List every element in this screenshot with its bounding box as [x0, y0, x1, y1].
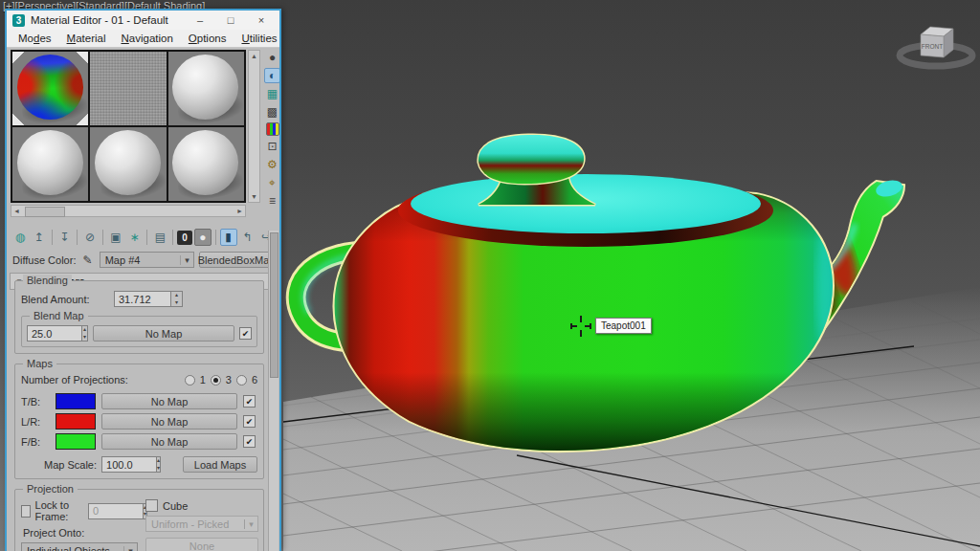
menu-modes[interactable]: Modes: [11, 33, 59, 44]
projections-radio-6[interactable]: [236, 375, 247, 386]
material-sample-slots: [11, 50, 246, 203]
cube-checkbox[interactable]: [145, 499, 158, 512]
reset-map-icon[interactable]: ⊘: [81, 229, 99, 246]
tb-color-swatch[interactable]: [56, 393, 96, 409]
screen: FRONT [+][Perspective][Standard][Default…: [0, 0, 980, 551]
show-end-result-icon[interactable]: ▮: [220, 229, 237, 246]
map-scale-value[interactable]: 100.0: [101, 456, 156, 473]
material-sample-slot-4[interactable]: [12, 127, 88, 201]
projections-radio-3[interactable]: [211, 375, 221, 386]
material-map-navigator-icon[interactable]: ≡: [264, 193, 280, 209]
projections-option-1: 1: [200, 374, 206, 386]
scrollbar-thumb[interactable]: [270, 232, 278, 378]
options-icon[interactable]: ⚙: [264, 157, 280, 172]
go-to-parent-icon[interactable]: ↰: [239, 229, 256, 246]
map-name-dropdown[interactable]: Map #4 ▾: [100, 252, 194, 268]
blend-amount-spinner[interactable]: 31.712 ▴▾: [114, 291, 183, 307]
material-id-channel-icon[interactable]: 0: [177, 231, 192, 245]
fb-label: F/B:: [21, 436, 50, 448]
project-onto-dropdown[interactable]: Individual Objects ▾: [21, 542, 138, 551]
projections-option-3: 3: [226, 374, 232, 386]
material-sample-slot-5[interactable]: [90, 127, 166, 201]
menu-options[interactable]: Options: [181, 33, 234, 44]
material-sample-slot-3[interactable]: [168, 52, 244, 125]
backlight-icon[interactable]: ◐: [264, 68, 280, 83]
map-scale-spinner[interactable]: 100.0 ▴▾: [101, 456, 161, 473]
toolbar-separator: [77, 230, 78, 245]
toolbar-separator: [215, 230, 216, 245]
lock-frame-value[interactable]: 0: [88, 503, 143, 519]
object-tooltip: Teapot001: [595, 318, 652, 334]
scroll-left-icon[interactable]: ◄: [11, 206, 22, 216]
map-type-button[interactable]: BlendedBoxMap: [199, 252, 274, 268]
fb-color-swatch[interactable]: [56, 433, 96, 450]
lock-to-frame-checkbox[interactable]: [21, 505, 31, 518]
projections-label: Number of Projections:: [21, 374, 128, 386]
sample-type-icon[interactable]: ●: [264, 50, 280, 65]
blend-map-title: Blend Map: [30, 310, 88, 321]
menu-material[interactable]: Material: [59, 33, 114, 44]
select-by-material-icon[interactable]: ⌖: [264, 175, 280, 190]
video-color-check-icon[interactable]: [266, 122, 279, 136]
show-shaded-material-in-viewport-icon[interactable]: ●: [194, 229, 212, 246]
projections-radio-1[interactable]: [185, 375, 195, 386]
blended-box-map-sphere: [17, 55, 83, 120]
blend-map-spinner[interactable]: 25.0 ▴▾: [27, 325, 88, 342]
make-unique-icon[interactable]: ∗: [126, 229, 144, 246]
put-material-to-scene-icon[interactable]: ↥: [31, 229, 48, 246]
lr-color-swatch[interactable]: [56, 413, 96, 430]
maps-group: Maps Number of Projections: 1 3 6 T/B: N…: [14, 364, 264, 479]
viewcube[interactable]: FRONT: [892, 11, 978, 78]
scroll-up-icon[interactable]: ▲: [249, 51, 259, 61]
palette-horizontal-scrollbar[interactable]: ◄ ►: [11, 205, 246, 217]
projection-group: Projection Lock to Frame: 0 ▴▾ Project O…: [14, 489, 264, 551]
project-onto-label: Project Onto:: [23, 527, 138, 539]
scroll-right-icon[interactable]: ►: [234, 206, 245, 216]
sample-uv-tiling-icon[interactable]: ▩: [264, 104, 280, 120]
fb-checkbox[interactable]: ✔: [243, 435, 256, 448]
lr-checkbox[interactable]: ✔: [243, 415, 256, 428]
crosshair-cursor: [570, 316, 591, 337]
blend-map-checkbox[interactable]: ✔: [239, 327, 252, 340]
blend-map-button[interactable]: No Map: [93, 325, 234, 342]
spinner-arrows[interactable]: ▴▾: [170, 291, 183, 307]
blend-amount-field[interactable]: 31.712: [114, 291, 170, 307]
put-to-library-icon[interactable]: ▤: [151, 229, 168, 246]
material-sample-slot-2[interactable]: [90, 52, 166, 125]
pick-none-button[interactable]: None: [145, 538, 258, 551]
material-editor-window: 3 Material Editor - 01 - Default – □ × M…: [5, 9, 281, 551]
get-material-icon[interactable]: ◍: [11, 229, 29, 246]
minimize-button[interactable]: –: [188, 14, 212, 26]
tb-checkbox[interactable]: ✔: [243, 395, 256, 408]
diffuse-color-label: Diffuse Color:: [12, 254, 76, 266]
tb-map-button[interactable]: No Map: [101, 393, 237, 409]
scrollbar-thumb[interactable]: [25, 207, 65, 217]
load-maps-button[interactable]: Load Maps: [183, 456, 257, 473]
background-icon[interactable]: ▦: [264, 86, 280, 101]
palette-vertical-scrollbar[interactable]: ▲ ▼: [248, 50, 260, 203]
make-preview-icon[interactable]: ⊡: [264, 139, 280, 154]
parameters-scrollbar[interactable]: [268, 231, 278, 551]
blend-map-value[interactable]: 25.0: [27, 325, 81, 342]
noise-sample: [90, 52, 166, 125]
viewcube-front-face[interactable]: FRONT: [922, 43, 943, 50]
tb-label: T/B:: [21, 396, 50, 408]
material-sample-slot-1[interactable]: [12, 52, 88, 125]
titlebar[interactable]: 3 Material Editor - 01 - Default – □ ×: [7, 11, 279, 30]
close-button[interactable]: ×: [249, 14, 274, 26]
material-sample-slot-6[interactable]: [168, 127, 244, 201]
lr-map-button[interactable]: No Map: [101, 413, 237, 430]
lock-frame-spinner[interactable]: 0 ▴▾: [88, 503, 138, 519]
spinner-arrows[interactable]: ▴▾: [81, 325, 88, 342]
cube-mode-dropdown[interactable]: Uniform - Picked ▾: [145, 516, 258, 532]
assign-material-to-selection-icon[interactable]: ↧: [56, 229, 73, 246]
menu-utilities[interactable]: Utilities: [234, 33, 281, 44]
scroll-down-icon[interactable]: ▼: [249, 191, 259, 202]
color-picker-icon[interactable]: ✎: [80, 253, 94, 268]
maximize-button[interactable]: □: [218, 14, 243, 26]
spinner-arrows[interactable]: ▴▾: [156, 456, 161, 473]
fb-map-button[interactable]: No Map: [101, 433, 237, 450]
menu-navigation[interactable]: Navigation: [113, 33, 180, 44]
make-material-copy-icon[interactable]: ▣: [107, 229, 124, 246]
cube-mode-value: Uniform - Picked: [146, 518, 244, 530]
